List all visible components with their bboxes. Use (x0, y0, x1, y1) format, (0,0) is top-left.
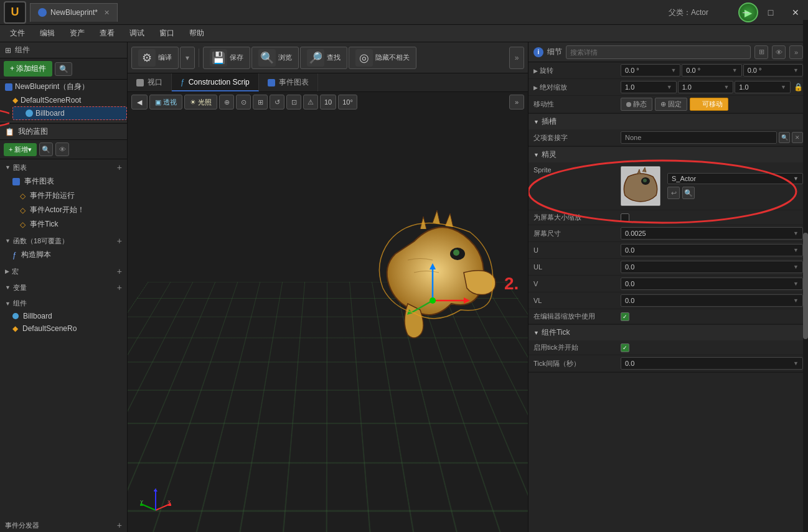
menu-item-帮助[interactable]: 帮助 (182, 27, 212, 40)
socket-search-btn[interactable]: 🔍 (779, 132, 790, 143)
browse-button[interactable]: 🔍 浏览 (251, 47, 299, 69)
search-bp-button[interactable]: 🔍 (39, 142, 53, 156)
tab-label: NewBlueprint* (50, 8, 98, 17)
comp-billboard[interactable]: Billboard (0, 310, 127, 322)
details-search-input[interactable] (566, 45, 751, 59)
tree-item-constructor[interactable]: ƒ 构造脚本 (0, 248, 127, 262)
screen-scale-checkbox[interactable] (621, 213, 629, 222)
comp-sceneroot[interactable]: ◆ DefaultSceneRo (0, 322, 127, 335)
grid-toggle[interactable]: ⊞ (253, 95, 268, 110)
graphs-header[interactable]: ▼ 图表 + (0, 161, 127, 174)
stationary-button[interactable]: ⊕ 固定 (655, 98, 687, 111)
scale-value: 1.0▼ 1.0▼ 1.0▼ 🔒 (621, 81, 803, 93)
find-button[interactable]: 🔎 查找 (300, 47, 347, 69)
tick-header[interactable]: ▼ 组件Tick (528, 325, 808, 340)
active-tab[interactable]: NewBlueprint* ✕ (30, 3, 118, 22)
add-variable-button[interactable]: + (117, 282, 122, 292)
new-add-button[interactable]: + 新增▾ (4, 143, 37, 156)
comp-section-header[interactable]: ▼ 组件 (0, 297, 127, 310)
details-header: i 细节 ⊞ 👁 » (528, 42, 808, 62)
tab-construction[interactable]: ƒ Construction Scrip (172, 73, 259, 91)
parent-socket-dropdown[interactable]: None (621, 131, 777, 144)
rotate-button[interactable]: ↺ (270, 95, 284, 110)
tree-item-event1[interactable]: ◇ 事件开始运行 (0, 189, 127, 203)
details-eye-button[interactable]: 👁 (772, 45, 786, 59)
light-button[interactable]: ☀ 光照 (184, 95, 217, 110)
add-dispatcher-button[interactable]: + (117, 520, 122, 530)
sprite-reset-button[interactable]: ↩ (667, 187, 680, 199)
add-graph-button[interactable]: + (117, 162, 122, 172)
find-icon: 🔎 (307, 49, 324, 67)
start-tick-checkbox[interactable] (621, 343, 629, 352)
rotation-y-input[interactable]: 0.0 °▼ (682, 64, 741, 77)
tree-item-sceneroot[interactable]: ◆ DefaultSceneRoot (0, 94, 127, 106)
menu-item-编辑[interactable]: 编辑 (32, 27, 62, 40)
socket-clear-btn[interactable]: ✕ (792, 132, 803, 143)
scale-x-input[interactable]: 1.0▼ (621, 81, 677, 93)
rotation-x-input[interactable]: 0.0 °▼ (621, 64, 680, 77)
hide-button[interactable]: ◎ 隐藏不相关 (349, 47, 416, 69)
warning-button[interactable]: ⚠ (303, 95, 318, 110)
static-button[interactable]: 静态 (621, 98, 652, 111)
vp-expand-button[interactable]: » (509, 95, 524, 110)
add-function-button[interactable]: + (117, 236, 122, 246)
eye-bp-button[interactable]: 👁 (55, 142, 69, 156)
ul-input[interactable]: 0.0 ▼ (621, 261, 803, 273)
tree-item-event2[interactable]: ◇ 事件Actor开始！ (0, 203, 127, 217)
event-dispatcher-header[interactable]: 事件分发器 + (0, 518, 127, 532)
tree-item-self[interactable]: NewBlueprint（自身） (0, 80, 127, 94)
menu-item-文件[interactable]: 文件 (2, 27, 32, 40)
tab-eventgraph[interactable]: 事件图表 (259, 73, 318, 91)
scale-z-input[interactable]: 1.0▼ (735, 81, 791, 93)
perspective-button[interactable]: ▣ 透视 (149, 95, 182, 110)
menu-item-资产[interactable]: 资产 (62, 27, 92, 40)
scale-button[interactable]: ⊡ (286, 95, 301, 110)
socket-header[interactable]: ▼ 插槽 (528, 114, 808, 129)
maximize-button[interactable]: □ (758, 0, 783, 25)
tree-item-eventgraph[interactable]: 事件图表 (0, 174, 127, 189)
viewport[interactable]: ◀ ▣ 透视 ☀ 光照 ⊕ ⊙ ⊞ ↺ ⊡ ⚠ 10 10° » (128, 92, 528, 532)
start-tick-row: 启用tick并开始 (528, 340, 808, 355)
v-input[interactable]: 0.0 ▼ (621, 278, 803, 290)
toolbar-expand[interactable]: » (509, 47, 524, 69)
vp-arrow-btn[interactable]: ◀ (131, 95, 148, 110)
window-controls: ─ □ ✕ (733, 0, 808, 25)
screen-size-input[interactable]: 0.0025 ▼ (621, 227, 803, 240)
movable-button[interactable]: 可移动 (690, 98, 728, 111)
scale-y-input[interactable]: 1.0▼ (678, 81, 734, 93)
compile-expand[interactable]: ▾ (180, 47, 195, 69)
mybp-header[interactable]: 📋 我的蓝图 (0, 124, 127, 140)
save-button[interactable]: 💾 保存 (203, 47, 250, 69)
tree-item-billboard[interactable]: Billboard (12, 106, 127, 120)
editor-scale-checkbox[interactable] (621, 312, 629, 321)
variables-header[interactable]: ▼ 变量 + (0, 281, 127, 294)
details-grid-button[interactable]: ⊞ (754, 45, 768, 59)
rotation-z-input[interactable]: 0.0 °▼ (743, 64, 803, 77)
add-component-button[interactable]: + 添加组件 (4, 61, 52, 77)
vl-input[interactable]: 0.0 ▼ (621, 294, 803, 307)
tick-interval-input[interactable]: 0.0 ▼ (621, 357, 803, 370)
sprite-name-field[interactable]: S_Actor ▼ (667, 173, 803, 184)
details-more-button[interactable]: » (789, 45, 803, 59)
tree-item-event3[interactable]: ◇ 事件Tick (0, 217, 127, 231)
minimize-button[interactable]: ─ (733, 0, 758, 25)
menu-item-窗口[interactable]: 窗口 (152, 27, 182, 40)
macros-header[interactable]: ▶ 宏 + (0, 264, 127, 278)
sprite-header[interactable]: ▼ 精灵 (528, 147, 808, 162)
sprite-search-button[interactable]: 🔍 (682, 187, 695, 199)
add-macro-button[interactable]: + (117, 266, 122, 276)
functions-label: 函数（18可覆盖） (13, 236, 68, 246)
search-component-button[interactable]: 🔍 (55, 62, 72, 76)
functions-header[interactable]: ▼ 函数（18可覆盖） + (0, 234, 127, 248)
u-input[interactable]: 0.0 ▼ (621, 244, 803, 256)
tick-triangle: ▼ (533, 330, 539, 336)
scrollbar-thumb[interactable] (803, 233, 808, 339)
tab-close[interactable]: ✕ (104, 9, 110, 17)
menu-item-调试[interactable]: 调试 (122, 27, 152, 40)
compile-button[interactable]: ⚙ 编译 (131, 47, 179, 69)
transform-button[interactable]: ⊕ (219, 95, 234, 110)
menu-item-查看[interactable]: 查看 (92, 27, 122, 40)
tab-viewport[interactable]: 视口 (128, 73, 172, 91)
snap-button[interactable]: ⊙ (236, 95, 251, 110)
main-layout: ⊞ 组件 + 添加组件 🔍 NewBlueprint（自身） ◆ Default… (0, 42, 808, 532)
